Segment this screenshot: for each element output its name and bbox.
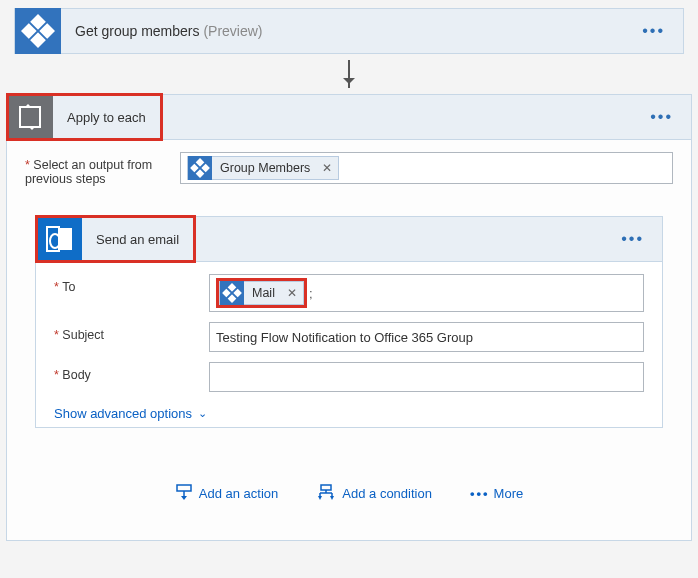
advanced-label: Show advanced options [54, 406, 192, 421]
step-send-email: Send an email ••• To Mail ✕ [35, 216, 663, 428]
to-input[interactable]: Mail ✕ ; [209, 274, 644, 312]
svg-marker-9 [330, 496, 334, 500]
output-input[interactable]: Group Members ✕ [180, 152, 673, 184]
flow-arrow-icon [348, 60, 350, 88]
to-row: To Mail ✕ ; [54, 274, 644, 312]
more-label: More [494, 486, 524, 501]
subject-row: Subject Testing Flow Notification to Off… [54, 322, 644, 352]
preview-label: (Preview) [203, 23, 262, 39]
svg-rect-3 [321, 485, 331, 490]
body-label: Body [54, 362, 209, 382]
step-menu-button[interactable]: ••• [632, 108, 691, 126]
more-dots-icon: ••• [470, 486, 490, 501]
to-separator: ; [307, 286, 313, 301]
token-group-members[interactable]: Group Members ✕ [187, 156, 339, 180]
add-condition-button[interactable]: Add a condition [316, 484, 432, 502]
token-remove-button[interactable]: ✕ [281, 286, 303, 300]
subject-label: Subject [54, 322, 209, 342]
loop-icon [7, 94, 53, 140]
apply-to-each-header[interactable]: Apply to each ••• [6, 94, 692, 140]
body-row: Body [54, 362, 644, 392]
token-label: Group Members [212, 161, 316, 175]
step-apply-to-each: Apply to each ••• Select an output from … [6, 94, 692, 541]
subject-value: Testing Flow Notification to Office 365 … [216, 330, 473, 345]
svg-rect-0 [177, 485, 191, 491]
token-remove-button[interactable]: ✕ [316, 161, 338, 175]
add-action-button[interactable]: Add an action [175, 484, 279, 502]
apply-title: Apply to each [67, 110, 146, 125]
token-mail[interactable]: Mail ✕ [219, 281, 304, 305]
step-get-group-members[interactable]: Get group members (Preview) ••• [14, 8, 684, 54]
footer-actions: Add an action Add a condition ••• More [25, 444, 673, 516]
token-label: Mail [244, 286, 281, 300]
add-condition-icon [316, 484, 336, 502]
azure-ad-icon [188, 156, 212, 180]
send-email-title: Send an email [96, 232, 179, 247]
svg-marker-8 [318, 496, 322, 500]
outlook-icon [36, 216, 82, 262]
apply-to-each-body: Select an output from previous steps Gro… [6, 140, 692, 541]
svg-marker-2 [181, 496, 187, 500]
azure-ad-icon [220, 281, 244, 305]
output-selector-row: Select an output from previous steps Gro… [25, 152, 673, 186]
add-condition-label: Add a condition [342, 486, 432, 501]
step-title: Get group members (Preview) [61, 23, 624, 39]
to-label: To [54, 274, 209, 294]
step-title-text: Get group members [75, 23, 200, 39]
subject-input[interactable]: Testing Flow Notification to Office 365 … [209, 322, 644, 352]
step-menu-button[interactable]: ••• [624, 22, 683, 40]
azure-ad-icon [15, 8, 61, 54]
show-advanced-options[interactable]: Show advanced options ⌄ [54, 406, 207, 421]
send-email-body: To Mail ✕ ; Subject [35, 262, 663, 428]
add-action-label: Add an action [199, 486, 279, 501]
add-action-icon [175, 484, 193, 502]
chevron-down-icon: ⌄ [198, 407, 207, 420]
output-label: Select an output from previous steps [25, 152, 180, 186]
step-menu-button[interactable]: ••• [603, 230, 662, 248]
send-email-header[interactable]: Send an email ••• [35, 216, 663, 262]
body-input[interactable] [209, 362, 644, 392]
more-button[interactable]: ••• More [470, 484, 523, 502]
